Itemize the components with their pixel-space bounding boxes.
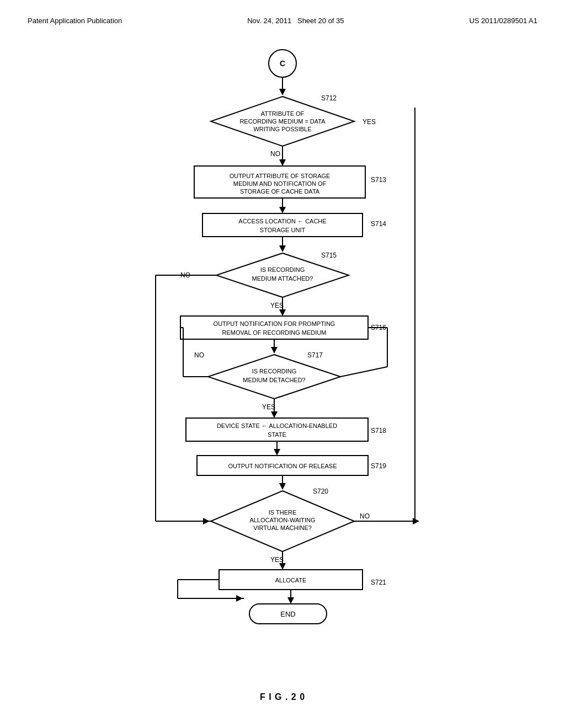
svg-text:RECORDING MEDIUM = DATA: RECORDING MEDIUM = DATA — [239, 118, 326, 125]
svg-text:YES: YES — [270, 556, 284, 564]
svg-text:S719: S719 — [371, 462, 386, 470]
header-right: US 2011/0289501 A1 — [469, 17, 537, 25]
svg-marker-41 — [271, 347, 278, 354]
svg-marker-83 — [236, 595, 243, 602]
svg-marker-85 — [287, 597, 294, 604]
svg-text:ATTRIBUTE OF: ATTRIBUTE OF — [261, 110, 305, 117]
svg-text:S720: S720 — [313, 488, 328, 495]
svg-text:S712: S712 — [321, 94, 337, 102]
svg-text:C: C — [280, 59, 285, 68]
svg-text:VIRTUAL MACHINE?: VIRTUAL MACHINE? — [253, 524, 312, 531]
svg-text:STATE: STATE — [268, 431, 286, 438]
svg-text:END: END — [280, 610, 295, 618]
svg-text:OUTPUT ATTRIBUTE OF STORAGE: OUTPUT ATTRIBUTE OF STORAGE — [230, 173, 331, 179]
svg-text:NO: NO — [194, 351, 204, 359]
figure-caption: F I G . 2 0 — [28, 692, 537, 702]
svg-marker-59 — [274, 449, 280, 456]
page: Patent Application Publication Nov. 24, … — [0, 0, 565, 728]
svg-text:NO: NO — [360, 512, 370, 520]
svg-text:S713: S713 — [371, 176, 386, 184]
svg-text:YES: YES — [270, 302, 284, 309]
svg-line-47 — [340, 367, 387, 377]
svg-marker-53 — [271, 411, 278, 418]
svg-marker-3 — [279, 89, 286, 95]
svg-text:REMOVAL OF RECORDING MEDIUM: REMOVAL OF RECORDING MEDIUM — [222, 329, 327, 336]
svg-text:IS RECORDING: IS RECORDING — [260, 266, 305, 273]
svg-text:STORAGE UNIT: STORAGE UNIT — [260, 227, 306, 233]
svg-text:IS THERE: IS THERE — [269, 509, 297, 516]
svg-text:S715: S715 — [321, 251, 337, 259]
header-center: Nov. 24, 2011 Sheet 20 of 35 — [247, 17, 344, 25]
svg-marker-33 — [279, 309, 286, 316]
svg-text:OUTPUT NOTIFICATION OF RELEASE: OUTPUT NOTIFICATION OF RELEASE — [228, 463, 337, 469]
svg-text:ALLOCATE: ALLOCATE — [275, 577, 307, 584]
flowchart: C S712 ATTRIBUTE OF RECORDING MEDIUM = D… — [89, 41, 476, 676]
svg-text:ALLOCATION-WAITING: ALLOCATION-WAITING — [249, 517, 315, 523]
header-left: Patent Application Publication — [28, 17, 122, 25]
svg-text:S717: S717 — [307, 351, 323, 359]
svg-marker-76 — [279, 563, 286, 570]
svg-text:YES: YES — [262, 403, 275, 411]
svg-text:DEVICE STATE ← ALLOCATION-ENAB: DEVICE STATE ← ALLOCATION-ENABLED — [217, 422, 337, 429]
svg-text:S718: S718 — [371, 427, 386, 435]
svg-text:S721: S721 — [371, 579, 386, 586]
svg-marker-64 — [279, 483, 286, 490]
svg-text:S714: S714 — [371, 220, 386, 228]
svg-text:IS RECORDING: IS RECORDING — [252, 368, 297, 374]
svg-marker-12 — [279, 159, 286, 166]
svg-text:ACCESS LOCATION ← CACHE: ACCESS LOCATION ← CACHE — [238, 218, 326, 224]
svg-text:WRITING POSSIBLE: WRITING POSSIBLE — [253, 126, 311, 132]
svg-text:STORAGE OF CACHE DATA: STORAGE OF CACHE DATA — [240, 188, 320, 195]
svg-marker-25 — [279, 245, 286, 252]
svg-marker-74 — [413, 518, 419, 524]
svg-text:MEDIUM ATTACHED?: MEDIUM ATTACHED? — [252, 275, 313, 282]
svg-text:NO: NO — [270, 150, 280, 158]
svg-text:OUTPUT NOTIFICATION FOR PROMPT: OUTPUT NOTIFICATION FOR PROMPTING — [214, 320, 335, 327]
svg-marker-91 — [203, 518, 210, 524]
svg-text:YES: YES — [363, 118, 376, 126]
svg-marker-19 — [279, 207, 286, 213]
svg-text:MEDIUM AND NOTIFICATION OF: MEDIUM AND NOTIFICATION OF — [233, 180, 327, 187]
page-header: Patent Application Publication Nov. 24, … — [28, 17, 537, 25]
svg-text:MEDIUM DETACHED?: MEDIUM DETACHED? — [243, 377, 305, 383]
